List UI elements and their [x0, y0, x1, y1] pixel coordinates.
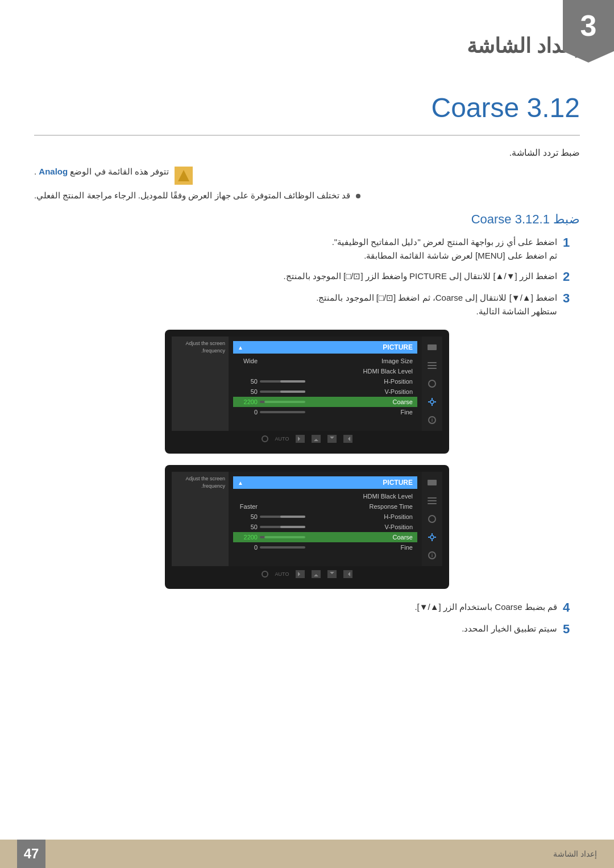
screenshots: i PICTURE ▲ Image Size Wide HDMI Black L…	[34, 330, 580, 589]
nav-down	[327, 435, 337, 443]
menu-item-coarse-2: Coarse 2200	[233, 532, 417, 542]
step-text-4: قم بضبط Coarse باستخدام الزر [▲/▼].	[414, 600, 557, 614]
svg-rect-4	[434, 401, 436, 402]
menu-item-hdmi: HDMI Black Level	[233, 366, 417, 376]
sidebar-icon-circle-2	[426, 513, 438, 525]
monitor-1: i PICTURE ▲ Image Size Wide HDMI Black L…	[165, 330, 449, 454]
menu-item-vposition: V-Position 50	[233, 387, 417, 397]
sidebar-icon-rect	[426, 341, 438, 354]
auto-label-2: AUTO	[275, 571, 289, 577]
step-1: 1 اضغط على أي زر بواجهة المنتج لعرض "دلي…	[34, 235, 580, 263]
sidebar-icon-info-2: i	[426, 549, 438, 562]
menu-item-hposition: H-Position 50	[233, 376, 417, 387]
bullet-text: قد تختلف الوظائف المتوفرة على جهاز العرض…	[34, 190, 350, 201]
step-number-1: 1	[563, 235, 580, 250]
menu-item-coarse-1: Coarse 2200	[233, 397, 417, 407]
bullet-item: قد تختلف الوظائف المتوفرة على جهاز العرض…	[34, 190, 580, 201]
nav-left-2	[343, 570, 352, 578]
step-number-2: 2	[563, 269, 580, 284]
step-text-5: سيتم تطبيق الخيار المحدد.	[462, 622, 557, 636]
menu-item-response: Response Time Faster	[233, 501, 417, 512]
monitor-bottom-1: AUTO	[172, 431, 442, 447]
svg-rect-3	[428, 401, 430, 402]
monitor-sidebar-2: i	[422, 472, 442, 566]
menu-header-1: PICTURE ▲	[233, 341, 417, 354]
final-steps: 4 قم بضبط Coarse باستخدام الزر [▲/▼]. 5 …	[34, 600, 580, 637]
sidebar-icon-info: i	[426, 414, 438, 426]
step-2: 2 اضغط الزر [▼/▲] للانتقال إلى PICTURE و…	[34, 269, 580, 284]
menu-arrow-up: ▲	[238, 344, 243, 351]
menu-arrow-up-2: ▲	[238, 480, 243, 486]
monitor-sidebar-1: i	[422, 337, 442, 431]
menu-item-fine-1: Fine 0	[233, 407, 417, 417]
bullet-dot	[356, 194, 360, 198]
monitor-2: i PICTURE ▲ HDMI Black Level Response Ti…	[165, 465, 449, 589]
svg-point-5	[430, 535, 434, 539]
note-text: تتوفر هذه القائمة في الوضع Analog .	[34, 167, 169, 177]
nav-down-2	[327, 570, 337, 578]
svg-rect-1	[432, 398, 433, 400]
nav-up	[312, 435, 321, 443]
warning-triangle	[178, 170, 189, 181]
monitor-helper-2: Adjust the screen frequency.	[172, 472, 229, 566]
chapter-number: 3	[580, 9, 597, 43]
svg-rect-6	[432, 533, 433, 535]
step-number-4: 4	[563, 600, 580, 615]
step-5: 5 سيتم تطبيق الخيار المحدد.	[34, 622, 580, 637]
menu-item-image-size: Image Size Wide	[233, 356, 417, 366]
sidebar-icon-gear	[426, 396, 438, 408]
power-button-2	[262, 571, 268, 578]
step-text-1: اضغط على أي زر بواجهة المنتج لعرض "دليل …	[332, 235, 557, 263]
sidebar-icon-circle	[426, 377, 438, 390]
step-text-2: اضغط الزر [▼/▲] للانتقال إلى PICTURE واض…	[284, 269, 557, 283]
sidebar-icon-gear-2	[426, 531, 438, 543]
menu-item-vposition-2: V-Position 50	[233, 522, 417, 532]
svg-rect-7	[432, 539, 433, 541]
sidebar-icon-rect-2	[426, 476, 438, 489]
steps-list: 1 اضغط على أي زر بواجهة المنتج لعرض "دلي…	[34, 235, 580, 318]
step-number-5: 5	[563, 622, 580, 637]
nav-left	[343, 435, 352, 443]
monitor-2-screen: i PICTURE ▲ HDMI Black Level Response Ti…	[172, 472, 442, 566]
footer-text: إعداد الشاشة	[553, 849, 597, 858]
subsection-title: ضبط Coarse 3.12.1	[34, 212, 580, 227]
auto-label-1: AUTO	[275, 436, 289, 442]
svg-rect-9	[434, 537, 436, 538]
note-box: تتوفر هذه القائمة في الوضع Analog .	[34, 167, 580, 185]
page-number-box: 47	[17, 840, 45, 868]
svg-rect-2	[432, 404, 433, 406]
monitor-bottom-2: AUTO	[172, 566, 442, 582]
menu-item-fine-2: Fine 0	[233, 542, 417, 553]
step-number-3: 3	[563, 291, 580, 306]
menu-item-hdmi-2: HDMI Black Level	[233, 491, 417, 501]
monitor-menu-1: PICTURE ▲ Image Size Wide HDMI Black Lev…	[229, 337, 422, 431]
nav-up-2	[312, 570, 321, 578]
subsection-title-text: ضبط Coarse 3.12.1	[471, 212, 580, 226]
monitor-helper-1: Adjust the screen frequency.	[172, 337, 229, 431]
nav-right	[296, 435, 305, 443]
svg-point-0	[430, 400, 434, 404]
chapter-number-box: 3	[563, 0, 614, 51]
step-3: 3 اضغط [▲/▼] للانتقال إلى Coarse، ثم اضغ…	[34, 291, 580, 318]
page-number: 47	[24, 846, 39, 862]
nav-right-2	[296, 570, 305, 578]
monitor-menu-2: PICTURE ▲ HDMI Black Level Response Time…	[229, 472, 422, 566]
menu-header-2: PICTURE ▲	[233, 476, 417, 489]
svg-rect-8	[428, 537, 430, 538]
menu-item-hposition-2: H-Position 50	[233, 512, 417, 522]
sidebar-icon-lines-2	[426, 495, 438, 507]
page-footer: 47 إعداد الشاشة	[0, 840, 614, 868]
chapter-header: إعداد الشاشة 3	[0, 0, 614, 69]
sidebar-icon-lines	[426, 359, 438, 372]
subtitle: ضبط تردد الشاشة.	[34, 147, 580, 158]
section-title-text: Coarse 3.12	[432, 93, 580, 123]
main-content: ضبط تردد الشاشة. تتوفر هذه القائمة في ال…	[0, 136, 614, 655]
monitor-1-screen: i PICTURE ▲ Image Size Wide HDMI Black L…	[172, 337, 442, 431]
section-title: Coarse 3.12	[0, 69, 614, 135]
warning-icon	[175, 167, 193, 185]
step-4: 4 قم بضبط Coarse باستخدام الزر [▲/▼].	[34, 600, 580, 615]
step-text-3: اضغط [▲/▼] للانتقال إلى Coarse، ثم اضغط …	[316, 291, 557, 318]
power-button-1	[262, 435, 268, 442]
